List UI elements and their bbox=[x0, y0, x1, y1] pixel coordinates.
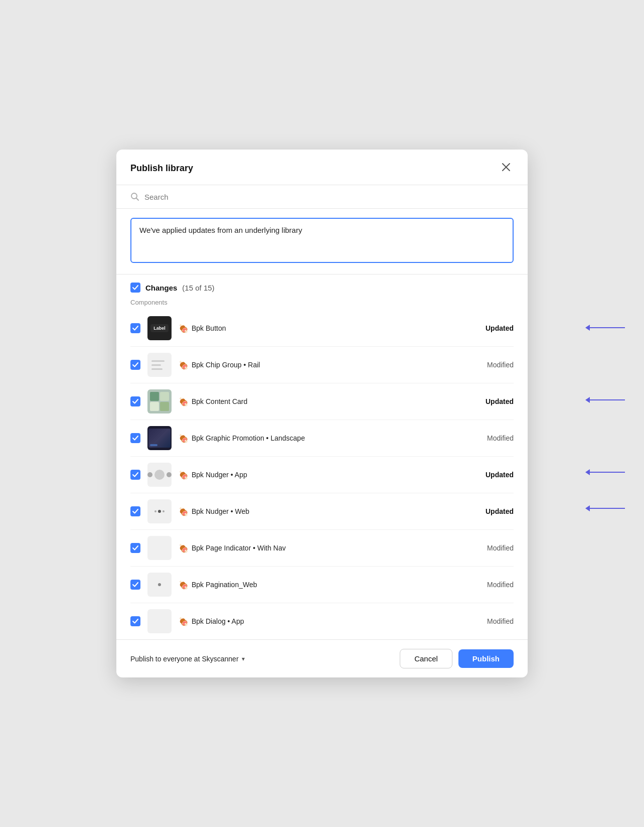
item-thumbnail bbox=[147, 353, 172, 377]
item-emoji: 🍖 bbox=[179, 470, 189, 480]
item-name: 🍖 Bpk Dialog • App bbox=[179, 617, 466, 626]
item-name-text: Bpk Chip Group • Rail bbox=[192, 361, 260, 369]
item-status: Modified bbox=[473, 361, 514, 369]
arrow-line bbox=[590, 399, 625, 400]
item-name-text: Bpk Nudger • App bbox=[192, 471, 247, 479]
item-name: 🍖 Bpk Nudger • Web bbox=[179, 507, 466, 516]
side-arrow bbox=[585, 397, 625, 403]
list-item: 🍖 Bpk Pagination_Web Modified bbox=[130, 567, 514, 603]
item-thumbnail bbox=[147, 463, 172, 487]
cancel-button[interactable]: Cancel bbox=[400, 649, 452, 668]
check-icon bbox=[132, 472, 138, 477]
item-name: 🍖 Bpk Page Indicator • With Nav bbox=[179, 543, 466, 553]
item-status: Modified bbox=[473, 434, 514, 442]
side-arrow bbox=[585, 469, 625, 475]
search-input[interactable] bbox=[144, 193, 514, 201]
item-name-text: Bpk Graphic Promotion • Landscape bbox=[192, 434, 305, 442]
item-emoji: 🍖 bbox=[179, 617, 189, 626]
list-item: Label 🍖 Bpk Button Updated bbox=[130, 310, 514, 347]
list-item: 🍖 Bpk Dialog • App Modified bbox=[130, 603, 514, 639]
check-icon bbox=[132, 545, 138, 550]
item-name-text: Bpk Page Indicator • With Nav bbox=[192, 544, 286, 552]
item-thumbnail: Label bbox=[147, 316, 172, 340]
arrow-head-icon bbox=[585, 325, 590, 331]
item-name-text: Bpk Nudger • Web bbox=[192, 507, 249, 515]
item-emoji: 🍖 bbox=[179, 360, 189, 370]
check-icon bbox=[132, 436, 138, 441]
arrow-head-icon bbox=[585, 505, 590, 511]
search-bar bbox=[116, 185, 528, 209]
item-status: Modified bbox=[473, 544, 514, 552]
section-label: Components bbox=[116, 297, 528, 310]
item-name: 🍖 Bpk Pagination_Web bbox=[179, 580, 466, 590]
item-checkbox[interactable] bbox=[130, 543, 140, 553]
item-name: 🍖 Bpk Nudger • App bbox=[179, 470, 466, 480]
arrow-head-icon bbox=[585, 397, 590, 403]
item-thumbnail bbox=[147, 536, 172, 560]
item-name: 🍖 Bpk Button bbox=[179, 324, 466, 333]
list-item: 🍖 Bpk Nudger • App Updated bbox=[130, 457, 514, 493]
item-checkbox[interactable] bbox=[130, 470, 140, 480]
changes-header: Changes (15 of 15) bbox=[116, 274, 528, 297]
search-icon bbox=[130, 192, 139, 201]
check-icon bbox=[132, 362, 138, 367]
check-icon bbox=[132, 582, 138, 587]
modal-title: Publish library bbox=[130, 163, 193, 174]
item-emoji: 🍖 bbox=[179, 580, 189, 590]
item-thumbnail bbox=[147, 389, 172, 414]
list-item: 🍖 Bpk Chip Group • Rail Modified bbox=[130, 347, 514, 383]
list-item: 🍖 Bpk Graphic Promotion • Landscape Modi… bbox=[130, 420, 514, 457]
items-list: Label 🍖 Bpk Button Updated bbox=[116, 310, 528, 639]
item-checkbox[interactable] bbox=[130, 506, 140, 516]
item-thumbnail bbox=[147, 499, 172, 523]
svg-line-3 bbox=[136, 198, 139, 201]
item-name-text: Bpk Dialog • App bbox=[192, 617, 244, 625]
item-emoji: 🍖 bbox=[179, 434, 189, 443]
description-area bbox=[116, 209, 528, 274]
chevron-down-icon: ▾ bbox=[242, 655, 245, 662]
item-checkbox[interactable] bbox=[130, 396, 140, 406]
item-emoji: 🍖 bbox=[179, 324, 189, 333]
changes-checkbox[interactable] bbox=[130, 283, 140, 293]
item-thumbnail bbox=[147, 609, 172, 633]
item-status: Updated bbox=[473, 324, 514, 332]
item-status: Modified bbox=[473, 617, 514, 625]
modal-footer: Publish to everyone at Skyscanner ▾ Canc… bbox=[116, 639, 528, 677]
item-checkbox[interactable] bbox=[130, 433, 140, 443]
item-checkbox[interactable] bbox=[130, 360, 140, 370]
publish-scope[interactable]: Publish to everyone at Skyscanner ▾ bbox=[130, 655, 245, 663]
check-icon bbox=[132, 509, 138, 514]
check-icon bbox=[132, 326, 138, 331]
close-button[interactable] bbox=[499, 162, 514, 175]
item-checkbox[interactable] bbox=[130, 323, 140, 333]
item-emoji: 🍖 bbox=[179, 397, 189, 406]
publish-library-modal: Publish library bbox=[116, 150, 528, 677]
item-name-text: Bpk Pagination_Web bbox=[192, 581, 257, 589]
item-checkbox[interactable] bbox=[130, 616, 140, 626]
description-textarea[interactable] bbox=[130, 218, 514, 263]
changes-label: Changes bbox=[145, 284, 177, 292]
item-thumbnail bbox=[147, 573, 172, 597]
item-emoji: 🍖 bbox=[179, 543, 189, 553]
publish-scope-text: Publish to everyone at Skyscanner bbox=[130, 655, 239, 663]
modal-header: Publish library bbox=[116, 150, 528, 185]
publish-button[interactable]: Publish bbox=[458, 649, 514, 668]
item-thumbnail bbox=[147, 426, 172, 450]
close-icon bbox=[502, 163, 511, 172]
item-name: 🍖 Bpk Content Card bbox=[179, 397, 466, 406]
list-item: 🍖 Bpk Nudger • Web Updated bbox=[130, 493, 514, 530]
page-background: Publish library bbox=[0, 0, 644, 827]
changes-count: (15 of 15) bbox=[182, 284, 214, 292]
arrow-line bbox=[590, 472, 625, 473]
item-status: Updated bbox=[473, 507, 514, 515]
side-arrow bbox=[585, 505, 625, 511]
item-name-text: Bpk Button bbox=[192, 324, 226, 332]
item-status: Updated bbox=[473, 471, 514, 479]
item-emoji: 🍖 bbox=[179, 507, 189, 516]
check-icon bbox=[132, 285, 138, 290]
modal-wrapper: Publish library bbox=[116, 150, 528, 677]
item-status: Updated bbox=[473, 397, 514, 405]
item-checkbox[interactable] bbox=[130, 580, 140, 590]
item-name-text: Bpk Content Card bbox=[192, 397, 247, 405]
side-arrow bbox=[585, 325, 625, 331]
